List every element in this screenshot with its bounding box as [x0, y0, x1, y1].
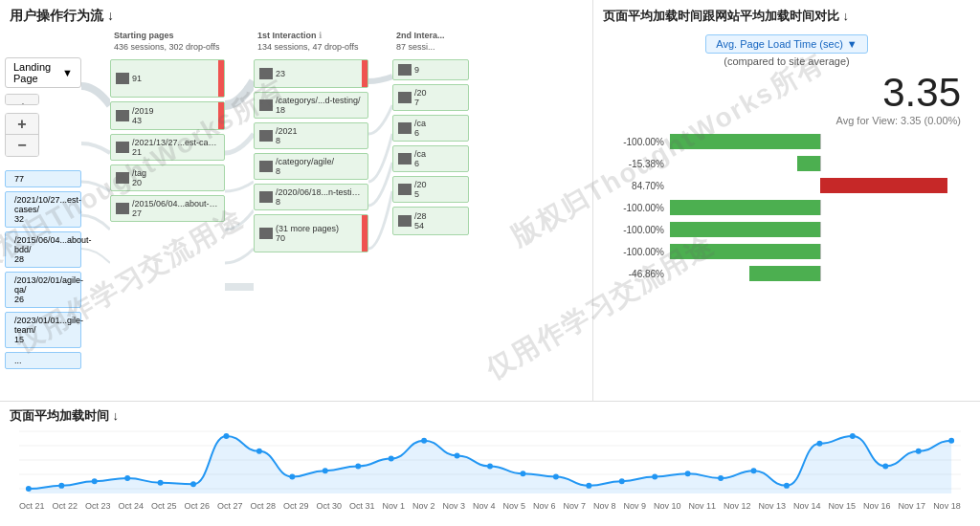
page-icon	[116, 172, 129, 184]
bar-row-1[interactable]: -15.38%	[603, 154, 970, 173]
bottom-title: 页面平均加载时间 ↓	[10, 402, 970, 427]
bar-row-4[interactable]: -100.00%	[603, 220, 970, 239]
metric-dropdown[interactable]: Avg. Page Load Time (sec) ▼	[705, 34, 867, 54]
starting-node-1[interactable]: 91	[110, 59, 225, 98]
first-int-node-2[interactable]: /categorys/...d-testing/18	[254, 92, 368, 119]
page-icon	[116, 203, 129, 214]
first-interaction-column: 1st Interaction ℹ 134 sessions, 47 drop-…	[254, 29, 368, 373]
dropout-bar	[362, 60, 368, 87]
first-int-node-6[interactable]: (31 more pages)70	[254, 214, 368, 252]
landing-node-4[interactable]: /2013/02/01/agile-qa/26	[5, 272, 81, 308]
first-int-node-3[interactable]: /20218	[254, 122, 368, 149]
info-icon[interactable]: ℹ	[319, 31, 322, 40]
first-int-node-1[interactable]: 23	[254, 59, 368, 88]
dropout-bar	[362, 215, 368, 252]
x-label-9: Oct 30	[317, 501, 343, 511]
first-interaction-header: 1st Interaction ℹ 134 sessions, 47 drop-…	[254, 29, 368, 57]
page-icon	[116, 110, 129, 121]
second-int-node-1[interactable]: 9	[392, 59, 469, 80]
bar-label-3: -100.00%	[603, 203, 670, 213]
svg-point-8	[124, 475, 130, 481]
svg-point-24	[652, 473, 657, 479]
svg-point-12	[256, 449, 262, 454]
metric-subtitle: (compared to site average)	[593, 55, 980, 67]
bar-row-3[interactable]: -100.00%	[603, 198, 970, 217]
page-icon	[398, 122, 412, 134]
bar-track-3	[670, 200, 970, 215]
bar-row-5[interactable]: -100.00%	[603, 242, 970, 261]
svg-point-10	[190, 481, 196, 487]
landing-node-3[interactable]: /2015/06/04...about-bdd/28	[5, 231, 81, 268]
x-label-15: Nov 5	[503, 501, 526, 511]
bar-track-1	[670, 156, 970, 171]
second-int-node-5[interactable]: /205	[392, 176, 469, 203]
svg-point-14	[323, 468, 328, 473]
landing-node-5[interactable]: /2023/01/01...gile-team/15	[5, 312, 81, 348]
page-icon	[259, 228, 273, 239]
page-icon	[116, 73, 129, 84]
x-label-20: Nov 10	[654, 501, 681, 511]
x-label-13: Nov 3	[443, 501, 466, 511]
svg-point-26	[718, 475, 724, 481]
svg-point-13	[289, 473, 295, 479]
bar-fill-2	[820, 178, 947, 193]
svg-point-17	[421, 438, 427, 444]
second-int-node-6[interactable]: /2854	[392, 207, 469, 235]
svg-point-27	[751, 468, 757, 473]
nav-back-button[interactable]: ‹	[6, 95, 38, 105]
starting-node-3[interactable]: /2021/13/27...est-cases/21	[110, 134, 225, 161]
zoom-out-button[interactable]: −	[6, 135, 38, 156]
bar-row-0[interactable]: -100.00%	[603, 132, 970, 151]
bar-label-6: -46.86%	[603, 269, 670, 279]
bar-row-6[interactable]: -46.86%	[603, 264, 970, 283]
landing-node-2[interactable]: /2021/10/27...est-cases/32	[5, 191, 81, 228]
bar-fill-5	[670, 244, 820, 259]
svg-point-5	[26, 486, 32, 492]
first-int-node-5[interactable]: /2020/06/18...n-testing/8	[254, 184, 368, 210]
x-label-4: Oct 25	[151, 501, 177, 511]
x-label-24: Nov 14	[793, 501, 821, 511]
second-int-node-3[interactable]: /ca6	[392, 115, 469, 142]
page-icon	[259, 99, 273, 111]
x-label-3: Oct 24	[119, 501, 145, 511]
second-int-node-2[interactable]: /207	[392, 84, 469, 111]
second-int-node-4[interactable]: /ca6	[392, 145, 469, 172]
load-time-comparison-panel: 页面平均加载时间跟网站平均加载时间对比 ↓ Avg. Page Load Tim…	[593, 0, 980, 402]
x-label-25: Nov 15	[829, 501, 857, 511]
nav-controls: ‹ ›	[5, 94, 39, 105]
starting-node-2[interactable]: /201943	[110, 101, 225, 130]
bar-fill-4	[670, 222, 820, 237]
svg-point-31	[882, 463, 888, 469]
svg-point-15	[355, 463, 361, 469]
chart-area: Oct 21Oct 22Oct 23Oct 24Oct 25Oct 26Oct …	[19, 427, 961, 503]
starting-node-5[interactable]: /2015/06/04...about-bdd/27	[110, 195, 225, 222]
x-label-0: Oct 21	[19, 501, 45, 511]
landing-page-dropdown[interactable]: Landing Page ▼	[5, 57, 81, 88]
landing-node-6[interactable]: ...	[5, 352, 81, 369]
bar-label-4: -100.00%	[603, 225, 670, 235]
bar-track-5	[670, 244, 970, 259]
page-icon	[259, 161, 273, 172]
page-icon	[398, 92, 412, 103]
x-label-22: Nov 12	[724, 501, 751, 511]
second-interaction-column: 2nd Intera... 87 sessi... 9 /207 /ca6	[392, 29, 469, 373]
bar-fill-0	[670, 134, 820, 149]
bar-row-2[interactable]: 84.70%	[603, 176, 970, 195]
x-label-14: Nov 4	[473, 501, 496, 511]
x-label-10: Oct 31	[349, 501, 375, 511]
bar-fill-6	[749, 266, 820, 281]
connector-svg-3	[368, 57, 392, 373]
x-label-26: Nov 16	[863, 501, 891, 511]
svg-point-20	[520, 471, 525, 476]
second-interaction-header: 2nd Intera... 87 sessi...	[392, 29, 469, 57]
bar-track-4	[670, 222, 970, 237]
zoom-in-button[interactable]: +	[6, 114, 38, 135]
x-label-11: Nov 1	[383, 501, 406, 511]
starting-pages-column: Starting pages 436 sessions, 302 drop-of…	[110, 29, 225, 373]
starting-node-4[interactable]: /tag20	[110, 164, 225, 191]
bar-chart: -100.00%-15.38%84.70%-100.00%-100.00%-10…	[593, 132, 980, 283]
landing-node-1[interactable]: 77	[5, 170, 81, 187]
connector-svg-1	[81, 57, 110, 373]
first-int-node-4[interactable]: /category/agile/8	[254, 153, 368, 180]
connector-svg-2	[225, 57, 254, 373]
